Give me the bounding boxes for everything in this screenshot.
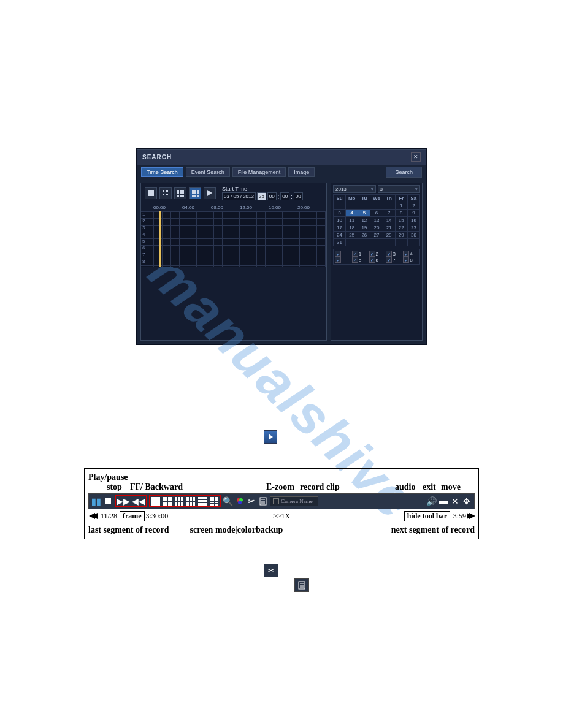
calendar-day[interactable]: 18 — [346, 224, 358, 232]
calendar-day[interactable]: 28 — [383, 232, 395, 239]
check-ch7[interactable]: ✓7 — [386, 257, 401, 263]
calendar-day[interactable]: 26 — [358, 232, 370, 239]
second-box[interactable]: 00 — [294, 192, 303, 200]
calendar-day[interactable]: 5 — [358, 210, 370, 217]
calendar-day[interactable]: 2 — [407, 202, 419, 210]
view-2x2-button[interactable] — [159, 187, 172, 199]
calendar-day[interactable]: 10 — [334, 217, 346, 224]
calendar-day[interactable]: 9 — [407, 210, 419, 217]
screen-16-icon[interactable] — [209, 496, 219, 506]
view-3x3-button[interactable] — [174, 187, 186, 199]
screen-6-icon[interactable] — [174, 496, 184, 506]
calendar-day[interactable]: 15 — [395, 217, 407, 224]
calendar-day[interactable]: 12 — [358, 217, 370, 224]
calendar-day[interactable] — [395, 239, 407, 246]
calendar-day[interactable] — [407, 239, 419, 246]
calendar-day[interactable]: 23 — [407, 224, 419, 232]
camera-name-box[interactable]: Camera Name — [270, 496, 318, 506]
calendar-day[interactable]: 20 — [370, 224, 383, 232]
calendar-day[interactable]: 31 — [334, 239, 346, 246]
calendar-day[interactable]: 24 — [334, 232, 346, 239]
calendar-day[interactable]: 7 — [383, 210, 395, 217]
calendar-day[interactable]: 13 — [370, 217, 383, 224]
color-icon[interactable] — [235, 496, 245, 506]
rewind-icon[interactable]: ◀◀ — [132, 496, 145, 506]
calendar-day[interactable]: 25 — [346, 232, 358, 239]
calendar-day[interactable] — [370, 202, 383, 210]
view-1x1-button[interactable] — [145, 187, 157, 199]
calendar-day[interactable]: 22 — [395, 224, 407, 232]
screen-9-icon[interactable] — [197, 496, 207, 506]
fast-forward-icon[interactable]: ▶▶ — [117, 496, 130, 506]
calendar-day[interactable]: 4 — [346, 210, 358, 217]
check-ch8[interactable]: ✓8 — [403, 257, 418, 263]
check-ch1[interactable]: ✓1 — [352, 251, 367, 257]
calendar-day[interactable] — [358, 202, 370, 210]
calendar-day[interactable]: 1 — [395, 202, 407, 210]
check-ch6[interactable]: ✓6 — [369, 257, 385, 263]
check-all-row1[interactable]: ✓ — [335, 251, 350, 257]
label-play-pause: Play/pause — [88, 472, 128, 482]
screen-8-icon[interactable] — [186, 496, 196, 506]
date-box[interactable]: 03 / 05 / 2013 — [222, 192, 256, 200]
minute-box[interactable]: 00 — [280, 192, 289, 200]
day-box[interactable]: 25 — [257, 192, 266, 200]
year-select[interactable]: 2013 — [333, 185, 376, 193]
backup-icon[interactable] — [258, 496, 268, 506]
play-icon — [207, 190, 212, 196]
calendar-day[interactable]: 27 — [370, 232, 383, 239]
check-ch5[interactable]: ✓5 — [352, 257, 367, 263]
check-ch4[interactable]: ✓4 — [403, 251, 418, 257]
tab-event-search[interactable]: Event Search — [186, 167, 230, 177]
move-tool-icon[interactable]: ✥ — [462, 496, 472, 506]
calendar-day[interactable]: 30 — [407, 232, 419, 239]
hour-label: 00:00 — [153, 205, 182, 210]
prev-segment-icon[interactable] — [88, 511, 98, 521]
calendar-day[interactable]: 3 — [334, 210, 346, 217]
exit-icon[interactable]: ✕ — [450, 496, 460, 506]
screen-4-icon[interactable] — [163, 496, 172, 506]
screen-1-icon[interactable] — [151, 496, 161, 506]
start-time-value[interactable]: 03 / 05 / 2013 25 00 : 00 : 00 — [222, 192, 303, 200]
calendar[interactable]: Su Mo Tu We Th Fr Sa 1234567891011121314… — [333, 194, 420, 246]
stop-icon[interactable] — [103, 496, 113, 506]
hide-toolbar-icon[interactable]: ▬ — [439, 496, 448, 506]
close-icon[interactable]: ✕ — [411, 152, 421, 162]
calendar-day[interactable]: 29 — [395, 232, 407, 239]
calendar-day[interactable] — [383, 202, 395, 210]
tab-image[interactable]: Image — [288, 167, 315, 177]
calendar-day[interactable]: 21 — [383, 224, 395, 232]
tab-time-search[interactable]: Time Search — [141, 167, 183, 177]
calendar-day[interactable]: 14 — [383, 217, 395, 224]
search-button[interactable]: Search — [386, 167, 422, 178]
calendar-day[interactable]: 19 — [358, 224, 370, 232]
audio-icon[interactable]: 🔊 — [426, 496, 437, 506]
hour-box[interactable]: 00 — [267, 192, 277, 200]
calendar-day[interactable]: 6 — [370, 210, 383, 217]
calendar-day[interactable] — [346, 239, 358, 246]
check-ch3[interactable]: ✓3 — [386, 251, 401, 257]
play-button[interactable] — [204, 187, 216, 199]
next-segment-icon[interactable] — [466, 511, 476, 521]
calendar-day[interactable] — [370, 239, 383, 246]
calendar-day[interactable]: 8 — [395, 210, 407, 217]
checkbox-icon[interactable] — [273, 498, 279, 504]
check-ch2[interactable]: ✓2 — [369, 251, 385, 257]
calendar-day[interactable]: 11 — [346, 217, 358, 224]
calendar-day[interactable] — [358, 239, 370, 246]
ezoom-icon[interactable]: 🔍 — [223, 496, 233, 506]
record-clip-icon[interactable]: ✂ — [247, 496, 256, 506]
timeline-marker[interactable] — [159, 211, 161, 267]
view-4x4-button[interactable] — [189, 187, 201, 199]
calendar-day[interactable]: 16 — [407, 217, 419, 224]
timeline-grid[interactable]: 1 2 3 4 5 6 7 8 — [141, 211, 326, 267]
calendar-day[interactable]: 17 — [334, 224, 346, 232]
pause-icon[interactable]: ▮▮ — [91, 496, 101, 506]
inline-play-icon[interactable] — [264, 430, 277, 444]
calendar-day[interactable] — [334, 202, 346, 210]
check-all-row2[interactable]: ✓ — [335, 257, 350, 263]
month-select[interactable]: 3 — [378, 185, 421, 193]
tab-file-management[interactable]: File Management — [232, 167, 286, 177]
calendar-day[interactable] — [383, 239, 395, 246]
calendar-day[interactable] — [346, 202, 358, 210]
